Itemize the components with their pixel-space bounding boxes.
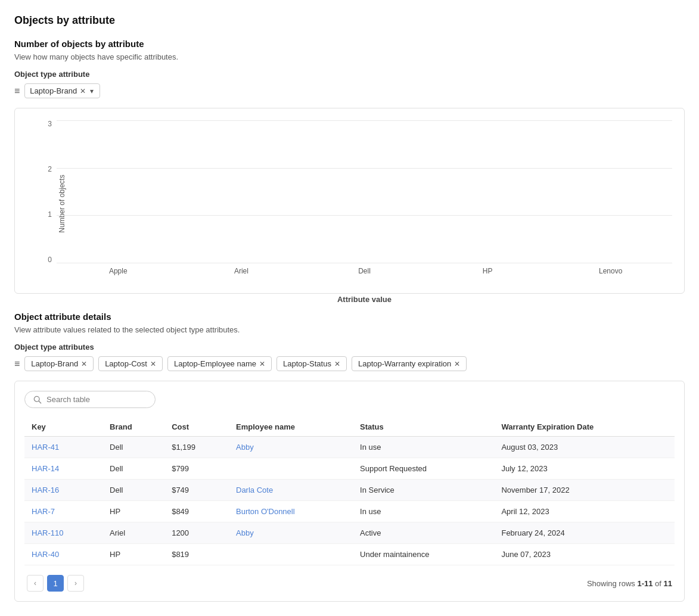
data-table: Key Brand Cost Employee name Status Warr… [24, 418, 675, 565]
y-label-3: 3 [48, 120, 52, 127]
filter-tag-cost-remove[interactable]: ✕ [150, 360, 156, 368]
row-key-har40[interactable]: HAR-40 [32, 550, 59, 559]
x-label-dell: Dell [303, 267, 426, 275]
y-label-1: 1 [48, 211, 52, 218]
pagination-total: 11 [664, 579, 672, 588]
row-employee-har16[interactable]: Darla Cote [236, 486, 273, 494]
col-cost: Cost [164, 418, 229, 437]
row-warranty-har110: February 24, 2024 [494, 522, 675, 544]
search-icon [33, 396, 42, 404]
row-warranty-har7: April 12, 2023 [494, 501, 675, 522]
chart-filter-arrow[interactable]: ▾ [90, 87, 94, 95]
details-section-title: Object attribute details [14, 312, 685, 322]
row-key-har16[interactable]: HAR-16 [32, 486, 59, 494]
row-warranty-har41: August 03, 2023 [494, 437, 675, 458]
row-brand-har14: Dell [102, 458, 164, 480]
filter-tag-employee-label: Laptop-Employee name [174, 359, 256, 368]
row-cost-har41: $1,199 [164, 437, 229, 458]
x-axis-title: Attribute value [57, 295, 672, 304]
row-cost-har40: $819 [164, 544, 229, 565]
row-key-har110[interactable]: HAR-110 [32, 528, 63, 537]
row-brand-har7: HP [102, 501, 164, 522]
row-key-har14[interactable]: HAR-14 [32, 464, 59, 473]
page-title: Objects by attribute [14, 14, 685, 27]
filter-tag-employee-remove[interactable]: ✕ [259, 360, 265, 368]
svg-line-1 [39, 401, 41, 403]
table-wrapper: Key Brand Cost Employee name Status Warr… [14, 381, 685, 602]
table-row: HAR-110 Ariel 1200 Abby Active February … [24, 522, 675, 544]
table-body: HAR-41 Dell $1,199 Abby In use August 03… [24, 437, 675, 565]
filter-tag-cost[interactable]: Laptop-Cost ✕ [98, 356, 163, 371]
filter-tag-warranty-label: Laptop-Warranty expiration [358, 359, 451, 368]
col-brand: Brand [102, 418, 164, 437]
row-warranty-har14: July 12, 2023 [494, 458, 675, 480]
chart-filter-remove[interactable]: ✕ [80, 87, 86, 95]
row-warranty-har40: June 07, 2023 [494, 544, 675, 565]
table-row: HAR-41 Dell $1,199 Abby In use August 03… [24, 437, 675, 458]
table-row: HAR-16 Dell $749 Darla Cote In Service N… [24, 480, 675, 501]
filter-tag-brand-remove[interactable]: ✕ [81, 360, 87, 368]
filter-tag-cost-label: Laptop-Cost [105, 359, 147, 368]
x-label-apple: Apple [57, 267, 180, 275]
chart-attribute-label: Object type attribute [14, 70, 685, 79]
row-brand-har110: Ariel [102, 522, 164, 544]
filter-tag-status-label: Laptop-Status [283, 359, 331, 368]
y-axis: 3 2 1 0 [27, 120, 57, 263]
chart-container: Number of objects 3 2 1 0 [14, 108, 685, 294]
row-employee-har7[interactable]: Burton O'Donnell [236, 507, 295, 516]
page-1-button[interactable]: 1 [47, 575, 64, 592]
filter-tag-employee[interactable]: Laptop-Employee name ✕ [167, 356, 272, 371]
row-status-har40: Under maintainence [353, 544, 494, 565]
table-header: Key Brand Cost Employee name Status Warr… [24, 418, 675, 437]
filter-tag-status-remove[interactable]: ✕ [334, 360, 340, 368]
x-label-lenovo: Lenovo [549, 267, 672, 275]
chart-filter-icon: ≡ [14, 86, 20, 97]
details-filter-bar: ≡ Laptop-Brand ✕ Laptop-Cost ✕ Laptop-Em… [14, 356, 685, 371]
details-attribute-label: Object type attributes [14, 343, 685, 351]
chart-section: Number of objects by attribute View how … [14, 39, 685, 294]
x-axis-labels: Apple Ariel Dell HP Lenovo [57, 263, 672, 287]
pagination-controls: ‹ 1 › [27, 575, 84, 592]
y-label-2: 2 [48, 166, 52, 173]
pagination-range: 1-11 [637, 579, 653, 588]
y-label-0: 0 [48, 256, 52, 263]
row-brand-har40: HP [102, 544, 164, 565]
col-status: Status [353, 418, 494, 437]
row-employee-har41[interactable]: Abby [236, 443, 254, 452]
row-warranty-har16: November 17, 2022 [494, 480, 675, 501]
filter-tag-brand[interactable]: Laptop-Brand ✕ [24, 356, 94, 371]
pagination: ‹ 1 › Showing rows 1-11 of 11 [24, 575, 675, 592]
row-status-har110: Active [353, 522, 494, 544]
row-status-har7: In use [353, 501, 494, 522]
row-key-har41[interactable]: HAR-41 [32, 443, 59, 452]
table-row: HAR-14 Dell $799 Support Requested July … [24, 458, 675, 480]
row-employee-har110[interactable]: Abby [236, 528, 254, 537]
chart-bars [57, 97, 699, 263]
pagination-info: Showing rows 1-11 of 11 [587, 579, 672, 588]
next-page-button[interactable]: › [67, 575, 84, 592]
row-employee-har40 [229, 544, 353, 565]
row-cost-har7: $849 [164, 501, 229, 522]
details-section: Object attribute details View attribute … [14, 312, 685, 602]
filter-tag-warranty[interactable]: Laptop-Warranty expiration ✕ [352, 356, 467, 371]
search-input[interactable] [46, 395, 147, 404]
filter-tag-brand-label: Laptop-Brand [31, 359, 78, 368]
row-cost-har16: $749 [164, 480, 229, 501]
chart-section-title: Number of objects by attribute [14, 39, 685, 49]
row-status-har16: In Service [353, 480, 494, 501]
prev-page-button[interactable]: ‹ [27, 575, 44, 592]
search-box[interactable] [24, 391, 156, 408]
col-employee: Employee name [229, 418, 353, 437]
row-status-har14: Support Requested [353, 458, 494, 480]
x-label-ariel: Ariel [180, 267, 303, 275]
filter-tag-status[interactable]: Laptop-Status ✕ [277, 356, 347, 371]
chart-filter-tag-label: Laptop-Brand [30, 86, 77, 95]
row-key-har7[interactable]: HAR-7 [32, 507, 55, 516]
chart-area: Number of objects 3 2 1 0 [27, 120, 672, 287]
col-key: Key [24, 418, 102, 437]
details-filter-icon: ≡ [14, 359, 20, 369]
filter-tag-warranty-remove[interactable]: ✕ [454, 360, 460, 368]
col-warranty: Warranty Expiration Date [494, 418, 675, 437]
details-section-desc: View attribute values related to the sel… [14, 325, 685, 334]
row-cost-har110: 1200 [164, 522, 229, 544]
